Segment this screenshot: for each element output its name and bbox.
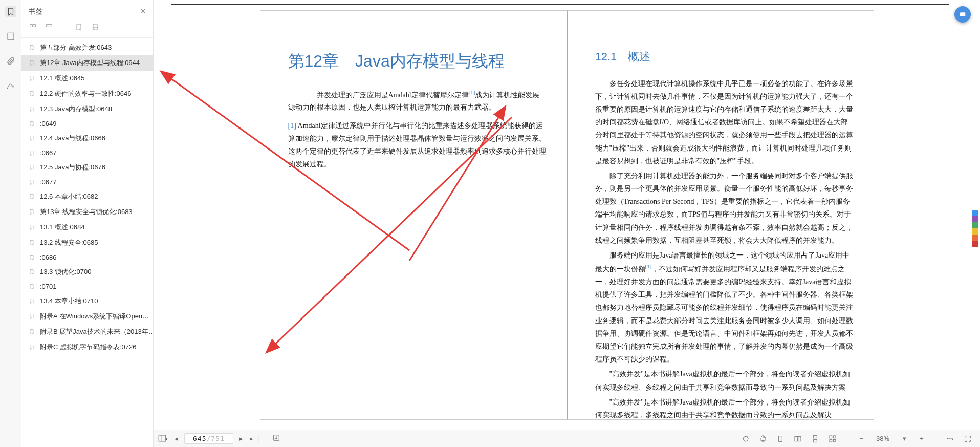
bookmark-item[interactable]: 12.3 Java内存模型:0648 — [21, 101, 153, 117]
bookmark-icon — [29, 328, 36, 335]
svg-rect-3 — [47, 25, 52, 27]
sidebar-title: 书签 — [29, 7, 43, 16]
bookmark-icon — [29, 208, 36, 216]
bookmarks-icon[interactable] — [5, 6, 16, 17]
bookmark-item[interactable]: 第13章 线程安全与锁优化:0683 — [21, 204, 153, 220]
read-mode-icon[interactable] — [741, 434, 751, 444]
svg-rect-14 — [795, 436, 797, 441]
bookmark-item[interactable]: 附录C 虚拟机字节码指令表:0726 — [21, 339, 153, 355]
svg-rect-19 — [833, 436, 836, 438]
bookmark-item[interactable]: :0667 — [21, 146, 153, 160]
bookmark-icon — [29, 297, 36, 305]
last-page-icon[interactable]: ▸⎹ — [250, 435, 260, 443]
svg-rect-13 — [779, 436, 782, 441]
svg-rect-2 — [33, 25, 36, 27]
bookmark-icon — [29, 193, 36, 200]
fit-width-icon[interactable] — [945, 434, 955, 444]
collapse-all-icon[interactable] — [45, 23, 54, 32]
bookmark-item[interactable]: 12.5 Java与协程:0676 — [21, 160, 153, 175]
page-input[interactable]: 645/751 — [184, 433, 233, 444]
bookmark-icon — [29, 75, 36, 82]
bookmark-item[interactable]: 12.2 硬件的效率与一致性:0646 — [21, 86, 153, 101]
continuous-icon[interactable] — [810, 434, 820, 444]
document-viewer: 第12章 Java内存模型与线程 并发处理的广泛应用是Amdahl定律代替摩尔定… — [154, 0, 980, 447]
bookmark-icon — [29, 344, 36, 351]
bookmark-icon — [29, 120, 36, 127]
svg-point-5 — [962, 14, 963, 15]
export-icon[interactable] — [271, 434, 281, 443]
svg-rect-20 — [830, 439, 832, 442]
section-heading: 12.1 概述 — [595, 47, 853, 67]
bookmark-icon — [29, 254, 36, 261]
bookmark-item[interactable]: 13.1 概述:0684 — [21, 220, 153, 235]
bookmark-icon — [29, 239, 36, 246]
assistant-float-button[interactable] — [954, 6, 971, 23]
zoom-level[interactable]: 38% — [874, 435, 892, 442]
two-page-icon[interactable] — [793, 434, 803, 444]
sidebar-toggle-icon[interactable] — [158, 434, 168, 444]
bookmark-icon — [29, 90, 36, 97]
bookmark-icon — [29, 150, 36, 157]
svg-rect-17 — [814, 439, 817, 442]
view-controls-bar: − 38% ▾ + — [307, 430, 980, 447]
prev-page-icon[interactable]: ◂ — [171, 435, 181, 442]
single-page-icon[interactable] — [775, 434, 786, 444]
bookmark-list: 第五部分 高效并发:0643第12章 Java内存模型与线程:064412.1 … — [21, 38, 153, 447]
bookmark-item[interactable]: :0677 — [21, 175, 153, 189]
signature-icon[interactable] — [5, 80, 16, 91]
chapter-heading: 第12章 Java内存模型与线程 — [288, 47, 546, 76]
svg-rect-4 — [960, 12, 966, 16]
svg-rect-1 — [30, 25, 33, 27]
bookmark-icon — [29, 179, 36, 186]
continuous-two-icon[interactable] — [827, 434, 838, 444]
svg-rect-0 — [8, 33, 14, 40]
remove-bookmark-icon[interactable] — [91, 23, 100, 32]
bookmark-icon — [29, 164, 36, 171]
add-bookmark-icon[interactable] — [75, 23, 84, 32]
svg-point-6 — [963, 14, 964, 15]
bookmark-icon — [29, 283, 36, 290]
bookmark-item[interactable]: 13.2 线程安全:0685 — [21, 235, 153, 250]
bookmark-item[interactable]: 第12章 Java内存模型与线程:0644 — [21, 55, 153, 71]
fullscreen-icon[interactable] — [963, 434, 973, 444]
close-icon[interactable]: × — [140, 6, 146, 17]
bookmark-icon — [29, 59, 36, 67]
page-nav-bar: ⎸◂ ◂ 645/751 ▸ ▸⎹ — [154, 430, 307, 447]
bookmark-item[interactable]: 12.6 本章小结:0682 — [21, 189, 153, 204]
bookmark-item[interactable]: 13.4 本章小结:0710 — [21, 293, 153, 309]
bookmark-icon — [29, 224, 36, 231]
bookmark-icon — [29, 313, 36, 320]
page-left: 第12章 Java内存模型与线程 并发处理的广泛应用是Amdahl定律代替摩尔定… — [260, 10, 567, 420]
bookmark-icon — [29, 44, 36, 51]
next-page-icon[interactable]: ▸ — [236, 435, 247, 442]
svg-rect-18 — [830, 436, 832, 438]
bookmark-item[interactable]: :0701 — [21, 280, 153, 293]
svg-rect-21 — [833, 439, 836, 442]
bookmark-item[interactable]: :0686 — [21, 250, 153, 264]
bookmark-item[interactable]: 附录A 在Windows系统下编译Open… — [21, 309, 153, 324]
svg-rect-16 — [814, 435, 817, 438]
attachments-icon[interactable] — [5, 55, 16, 67]
svg-rect-15 — [798, 436, 801, 441]
bookmark-item[interactable]: 第五部分 高效并发:0643 — [21, 40, 153, 55]
page-right: 12.1 概述 多任务处理在现代计算机操作系统中几乎已是一项必备的功能了。在许多… — [567, 10, 874, 420]
zoom-in-icon[interactable]: + — [917, 434, 927, 444]
svg-rect-22 — [159, 435, 166, 441]
bookmark-item[interactable]: 13.3 锁优化:0700 — [21, 264, 153, 280]
bookmark-item[interactable]: 12.4 Java与线程:0666 — [21, 131, 153, 146]
color-swatches[interactable] — [972, 210, 978, 247]
zoom-dropdown-icon[interactable]: ▾ — [899, 434, 909, 444]
left-icon-rail — [0, 0, 21, 447]
expand-all-icon[interactable] — [29, 23, 38, 32]
bookmark-icon — [29, 268, 36, 275]
bookmarks-sidebar: 书签 × 第五部分 高效并发:0643第12章 Java内存模型与线程:0644… — [21, 0, 154, 447]
bookmark-item[interactable]: 附录B 展望Java技术的未来（2013年… — [21, 324, 153, 339]
thumbnails-icon[interactable] — [5, 31, 16, 42]
bookmark-item[interactable]: 12.1 概述:0645 — [21, 71, 153, 86]
bookmark-icon — [29, 105, 36, 113]
zoom-out-icon[interactable]: − — [856, 434, 866, 444]
bookmark-icon — [29, 135, 36, 142]
bookmark-item[interactable]: :0649 — [21, 117, 153, 131]
rotate-icon[interactable] — [758, 434, 768, 444]
